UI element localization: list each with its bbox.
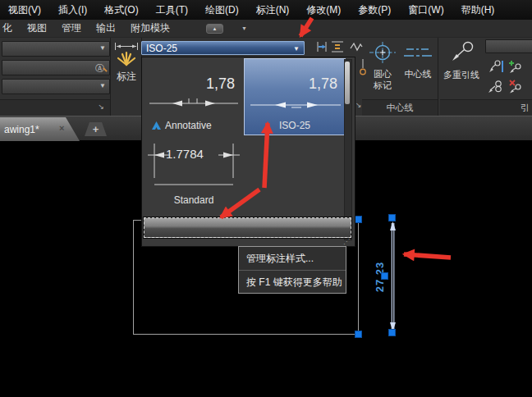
leader-icon[interactable] bbox=[488, 59, 504, 74]
style-item-annotative[interactable]: 1,78 Annotative bbox=[146, 61, 241, 136]
minimize-ribbon-button[interactable]: ▲ bbox=[206, 24, 223, 34]
ribbon-tab-view[interactable]: 视图 bbox=[27, 21, 47, 35]
dim-style-value: ISO-25 bbox=[146, 43, 177, 54]
centerline-button[interactable]: 中心线 bbox=[401, 39, 435, 97]
red-arrow-dimension bbox=[404, 254, 451, 258]
new-drawing-tab-button[interactable]: + bbox=[85, 122, 107, 136]
menu-item-format[interactable]: 格式(O) bbox=[104, 3, 138, 17]
menu-item-dimension[interactable]: 标注(N) bbox=[256, 3, 290, 17]
ribbon-tab-addins[interactable]: 附加模块 bbox=[131, 21, 170, 35]
annotative-icon bbox=[151, 121, 162, 131]
autocad-window: 视图(V) 插入(I) 格式(O) 工具(T) 绘图(D) 标注(N) 修改(M… bbox=[0, 0, 532, 397]
style-item-label: Annotative bbox=[165, 120, 212, 131]
chevron-down-icon: ▼ bbox=[99, 45, 106, 52]
dimension-button[interactable]: 标注 bbox=[112, 39, 141, 115]
ribbon-tab-bar: 化 视图 管理 输出 附加模块 ▲ ▼ bbox=[0, 20, 532, 38]
panel-divider bbox=[438, 38, 438, 116]
minimize-ribbon-icon: ▲ bbox=[213, 26, 218, 31]
file-tab-drawing1[interactable]: awing1* × bbox=[0, 117, 80, 141]
panel-expander-icon[interactable]: ↘ bbox=[98, 103, 104, 111]
add-leader-icon[interactable] bbox=[506, 59, 522, 74]
centerline-panel-title-label: 中心线 bbox=[387, 102, 414, 114]
dimension-grip[interactable] bbox=[388, 214, 396, 221]
menu-item-modify[interactable]: 修改(M) bbox=[306, 3, 341, 17]
dim-style-flyout: 1,78 Annotative 1,78 ISO-25 bbox=[141, 57, 355, 247]
ribbon-tab-parametric-partial[interactable]: 化 bbox=[2, 21, 12, 35]
tooltip-manage-styles[interactable]: 管理标注样式... bbox=[239, 247, 346, 270]
centerline-icon bbox=[404, 45, 432, 62]
jog-line-icon[interactable] bbox=[350, 41, 363, 52]
dim-preview-graphic bbox=[149, 97, 238, 108]
text-style-dropdown[interactable]: ▼ bbox=[2, 41, 110, 57]
dimension-grip[interactable] bbox=[388, 329, 396, 336]
scrollbar-thumb[interactable] bbox=[345, 62, 350, 104]
multileader-button[interactable]: 多重引线 bbox=[440, 38, 483, 97]
leader-panel-title[interactable]: 引 bbox=[440, 99, 532, 115]
dimension-origin-grip[interactable] bbox=[355, 216, 362, 223]
leader-panel-title-label: 引 bbox=[521, 102, 530, 114]
resize-grip-icon[interactable]: ⋰ bbox=[343, 239, 350, 245]
menu-item-parametric[interactable]: 参数(P) bbox=[358, 3, 391, 17]
leader-style-dropdown[interactable] bbox=[485, 39, 532, 53]
center-mark-icon bbox=[369, 42, 397, 65]
align-leader-icon[interactable] bbox=[506, 79, 522, 94]
tooltip-help-hint: 按 F1 键获得更多帮助 bbox=[239, 271, 346, 294]
file-tab-label: awing1* bbox=[4, 124, 39, 135]
ribbon-tab-output[interactable]: 输出 bbox=[96, 21, 116, 35]
centerline-label: 中心线 bbox=[401, 69, 435, 80]
chevron-down-icon: ▼ bbox=[99, 83, 106, 89]
panel-expander-icon[interactable]: ↘ bbox=[355, 101, 362, 109]
dim-style-combobox[interactable]: ISO-25 ▼ bbox=[141, 41, 305, 55]
adjust-spacing-icon[interactable] bbox=[331, 40, 344, 53]
menu-item-window[interactable]: 窗口(W) bbox=[408, 3, 443, 17]
minimize-ribbon-caret-icon[interactable]: ▼ bbox=[241, 25, 247, 31]
dimension-button-label: 标注 bbox=[112, 71, 141, 83]
panel-divider bbox=[110, 38, 111, 116]
text-panel-strip: ↘ bbox=[0, 99, 110, 116]
close-icon[interactable]: × bbox=[59, 123, 64, 133]
multileader-label: 多重引线 bbox=[442, 70, 481, 81]
dimension-origin-grip[interactable] bbox=[355, 331, 362, 338]
style-item-label: ISO-25 bbox=[245, 120, 345, 131]
menu-item-help[interactable]: 帮助(H) bbox=[461, 3, 495, 17]
ribbon-tab-manage[interactable]: 管理 bbox=[62, 21, 81, 35]
text-height-dropdown[interactable]: ▼ bbox=[2, 79, 110, 94]
flyout-hovered-item[interactable] bbox=[144, 217, 351, 238]
menu-item-view[interactable]: 视图(V) bbox=[8, 3, 41, 17]
center-mark-button[interactable]: 圆心标记 bbox=[366, 39, 399, 97]
menu-bar: 视图(V) 插入(I) 格式(O) 工具(T) 绘图(D) 标注(N) 修改(M… bbox=[0, 0, 532, 20]
sparkle-icon bbox=[116, 51, 137, 66]
tooltip: 管理标注样式... 按 F1 键获得更多帮助 bbox=[238, 246, 346, 294]
multileader-icon bbox=[451, 40, 475, 62]
style-preview-value: 1,78 bbox=[206, 75, 235, 93]
style-preview-value: 1,78 bbox=[309, 75, 337, 93]
style-item-standard[interactable]: 1.7784 Standard bbox=[146, 137, 241, 209]
chevron-down-icon[interactable]: ▼ bbox=[293, 45, 300, 52]
menu-item-insert[interactable]: 插入(I) bbox=[58, 3, 87, 17]
dimension-text-grip[interactable] bbox=[381, 272, 388, 280]
style-preview-value: 1.7784 bbox=[166, 147, 204, 161]
style-item-iso25[interactable]: 1,78 ISO-25 bbox=[244, 58, 346, 135]
dim-preview-graphic bbox=[250, 98, 341, 110]
linear-dimension-icon bbox=[114, 42, 139, 51]
dimension-break-icon[interactable] bbox=[315, 40, 328, 53]
remove-leader-icon[interactable] bbox=[488, 79, 504, 94]
new-tab-icon: + bbox=[93, 123, 99, 135]
center-mark-label: 圆心标记 bbox=[373, 69, 392, 92]
menu-item-draw[interactable]: 绘图(D) bbox=[205, 3, 239, 17]
style-item-label: Standard bbox=[146, 194, 241, 206]
flyout-scrollbar[interactable] bbox=[344, 59, 352, 240]
menu-item-tools[interactable]: 工具(T) bbox=[156, 3, 188, 17]
centerline-panel-title[interactable]: 中心线 bbox=[362, 99, 438, 116]
find-text-field[interactable]: Ⓐ bbox=[2, 60, 110, 75]
